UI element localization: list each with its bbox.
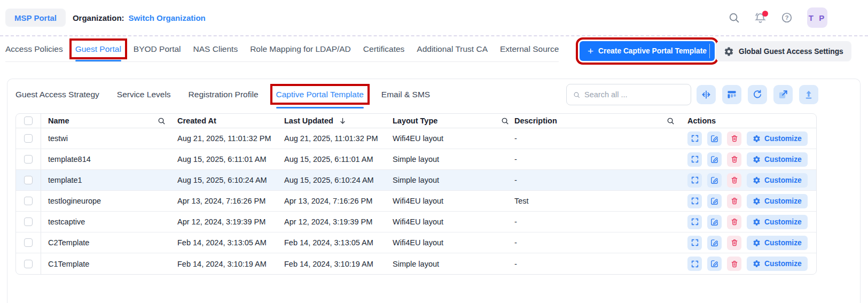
edit-button[interactable]	[707, 236, 722, 250]
subtab-service-levels[interactable]: Service Levels	[117, 84, 171, 108]
top-right-icons: ? T P	[728, 7, 827, 28]
edit-button[interactable]	[707, 194, 722, 208]
refresh-button[interactable]	[748, 85, 767, 104]
search-input[interactable]	[584, 90, 684, 99]
edit-button[interactable]	[707, 257, 722, 271]
search-field[interactable]	[566, 84, 691, 105]
edit-pencil-icon	[710, 176, 719, 185]
column-header-actions: Actions	[687, 116, 716, 125]
customize-button[interactable]: Customize	[747, 194, 808, 208]
customize-button[interactable]: Customize	[747, 236, 808, 250]
column-resize-button[interactable]	[697, 85, 716, 104]
table-row[interactable]: testwi Aug 21, 2025, 11:01:32 PM Aug 21,…	[16, 128, 816, 149]
column-header-last-updated[interactable]: Last Updated	[284, 116, 333, 125]
tab-access-policies[interactable]: Access Policies	[5, 43, 63, 61]
preview-fullscreen-button[interactable]	[687, 173, 702, 188]
global-settings-label: Global Guest Access Settings	[739, 48, 843, 56]
tab-nas-clients[interactable]: NAS Clients	[193, 43, 238, 61]
tab-additional-trust-ca[interactable]: Additional Trust CA	[417, 43, 488, 61]
column-header-name[interactable]: Name	[48, 116, 69, 125]
delete-button[interactable]	[727, 194, 741, 208]
customize-button[interactable]: Customize	[747, 131, 808, 146]
columns-button[interactable]	[722, 85, 741, 104]
export-button[interactable]	[799, 85, 818, 104]
table-row[interactable]: template814 Aug 15, 2025, 6:11:01 AM Aug…	[16, 149, 816, 170]
row-checkbox[interactable]	[24, 197, 33, 205]
notifications-bell-icon[interactable]	[754, 12, 767, 24]
preview-fullscreen-button[interactable]	[687, 194, 702, 208]
column-header-created-at[interactable]: Created At	[177, 116, 216, 125]
edit-button[interactable]	[707, 215, 722, 229]
description-filter-search-icon[interactable]	[667, 117, 675, 125]
cell-layout-type: Wifi4EU layout	[393, 128, 514, 149]
delete-button[interactable]	[727, 131, 741, 146]
table-row[interactable]: testlogineurope Apr 13, 2024, 7:16:26 PM…	[16, 191, 816, 212]
layout-filter-search-icon[interactable]	[501, 117, 509, 125]
column-header-description[interactable]: Description	[514, 116, 557, 125]
delete-button[interactable]	[727, 215, 741, 229]
gear-icon	[724, 46, 734, 57]
column-header-layout-type[interactable]: Layout Type	[393, 116, 437, 125]
edit-button[interactable]	[707, 173, 722, 188]
row-checkbox[interactable]	[24, 217, 33, 226]
row-checkbox-cell	[16, 170, 41, 190]
preview-fullscreen-button[interactable]	[687, 236, 702, 250]
row-checkbox[interactable]	[24, 155, 33, 164]
create-captive-portal-template-button[interactable]: + Create Captive Portal Template	[580, 41, 715, 61]
tab-guest-portal[interactable]: Guest Portal	[75, 43, 121, 61]
row-checkbox[interactable]	[24, 238, 33, 247]
customize-gear-icon	[753, 176, 761, 184]
global-guest-access-settings-button[interactable]: Global Guest Access Settings	[716, 41, 851, 61]
preview-fullscreen-button[interactable]	[687, 152, 702, 167]
delete-button[interactable]	[727, 257, 741, 271]
tab-byod-portal[interactable]: BYOD Portal	[134, 43, 181, 61]
customize-button[interactable]: Customize	[747, 173, 808, 188]
tab-certificates[interactable]: Certificates	[363, 43, 405, 61]
customize-button[interactable]: Customize	[747, 257, 808, 271]
preview-fullscreen-button[interactable]	[687, 215, 702, 229]
trash-icon	[730, 260, 739, 268]
search-icon[interactable]	[728, 12, 740, 24]
cell-created-at: Apr 12, 2024, 3:19:39 PM	[177, 212, 284, 232]
select-all-checkbox[interactable]	[24, 116, 33, 125]
row-checkbox[interactable]	[24, 176, 33, 184]
row-checkbox[interactable]	[24, 134, 33, 143]
name-filter-search-icon[interactable]	[158, 117, 166, 125]
edit-button[interactable]	[707, 131, 722, 146]
cell-layout-type: Wifi4EU layout	[393, 212, 514, 232]
cell-name: C2Template	[41, 232, 177, 253]
row-checkbox-cell	[16, 212, 41, 232]
delete-button[interactable]	[727, 173, 741, 188]
customize-button[interactable]: Customize	[747, 215, 808, 229]
msp-portal-button[interactable]: MSP Portal	[5, 9, 66, 27]
customize-button[interactable]: Customize	[747, 152, 808, 167]
delete-button[interactable]	[727, 152, 741, 167]
edit-pencil-icon	[710, 238, 719, 247]
preview-fullscreen-button[interactable]	[687, 257, 702, 271]
subtab-registration-profile[interactable]: Registration Profile	[189, 84, 259, 108]
table-row[interactable]: C1Template Feb 14, 2024, 3:10:19 AM Feb …	[16, 253, 816, 274]
tab-external-source[interactable]: External Source	[500, 43, 559, 61]
tab-role-mapping-ldap-ad[interactable]: Role Mapping for LDAP/AD	[250, 43, 351, 61]
open-in-new-icon	[778, 89, 788, 100]
sort-descending-icon[interactable]	[339, 117, 347, 125]
user-avatar[interactable]: T P	[807, 7, 827, 28]
table-body: testwi Aug 21, 2025, 11:01:32 PM Aug 21,…	[16, 128, 816, 274]
delete-button[interactable]	[727, 236, 741, 250]
open-in-new-button[interactable]	[773, 85, 793, 104]
table-row[interactable]: testcaptive Apr 12, 2024, 3:19:39 PM Apr…	[16, 212, 816, 232]
cell-name: testlogineurope	[41, 191, 177, 211]
table-header: Name Created At Last Updated	[16, 114, 816, 128]
subtab-email-sms[interactable]: Email & SMS	[381, 84, 430, 108]
help-icon[interactable]: ?	[781, 12, 793, 24]
preview-fullscreen-button[interactable]	[687, 131, 702, 146]
search-input-icon	[573, 90, 580, 99]
switch-organization-link[interactable]: Switch Organization	[129, 13, 206, 22]
subtab-captive-portal-template[interactable]: Captive Portal Template	[276, 84, 364, 108]
table-row[interactable]: C2Template Feb 14, 2024, 3:13:05 AM Feb …	[16, 232, 816, 253]
cell-last-updated: Apr 12, 2024, 3:19:39 PM	[284, 212, 393, 232]
row-checkbox[interactable]	[24, 260, 33, 268]
subtab-guest-access-strategy[interactable]: Guest Access Strategy	[15, 84, 99, 108]
table-row[interactable]: template1 Aug 15, 2025, 6:10:24 AM Aug 1…	[16, 170, 816, 191]
edit-button[interactable]	[707, 152, 722, 167]
